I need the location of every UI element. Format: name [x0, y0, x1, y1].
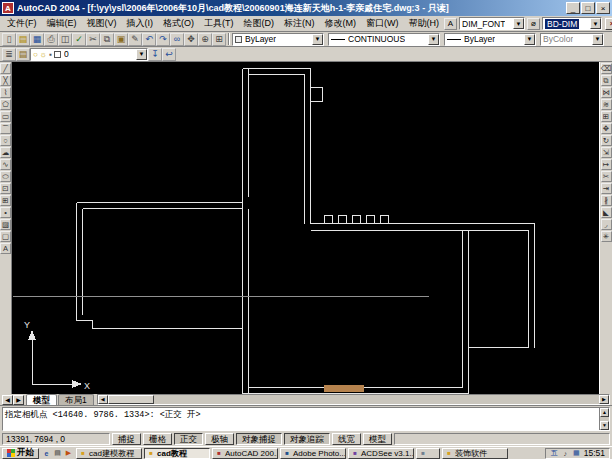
- line-icon[interactable]: ╱: [0, 63, 11, 74]
- menu-item-help[interactable]: 帮助(H): [404, 16, 445, 31]
- linetype-control[interactable]: CONTINUOUS▼: [328, 33, 440, 46]
- menu-item-modify[interactable]: 修改(M): [320, 16, 362, 31]
- break-icon[interactable]: ∦: [601, 195, 612, 206]
- status-toggle-lineweight[interactable]: 线宽: [332, 433, 361, 445]
- layer-previous-icon[interactable]: ↩: [162, 48, 176, 61]
- point-icon[interactable]: •: [0, 207, 11, 218]
- chevron-down-icon[interactable]: ▼: [312, 34, 323, 45]
- extend-icon[interactable]: ⇥: [601, 183, 612, 194]
- stretch-icon[interactable]: ↦: [601, 159, 612, 170]
- task-acdsee[interactable]: ■ACDSee v3.1...: [348, 448, 414, 459]
- lineweight-control[interactable]: ByLayer▼: [444, 33, 536, 46]
- new-icon[interactable]: ▯: [2, 33, 16, 46]
- command-scrollbar[interactable]: ▲ ▼: [599, 408, 609, 430]
- layer-properties-icon[interactable]: ≣: [2, 48, 16, 61]
- maximize-button[interactable]: □: [581, 2, 595, 14]
- erase-icon[interactable]: ⌫: [601, 63, 612, 74]
- open-icon[interactable]: ▤: [16, 33, 30, 46]
- scale-icon[interactable]: ⇲: [601, 147, 612, 158]
- status-toggle-polar[interactable]: 极轴: [205, 433, 234, 445]
- minimize-button[interactable]: _: [566, 2, 580, 14]
- status-toggle-ortho[interactable]: 正交: [174, 433, 203, 445]
- array-icon[interactable]: ⊞: [601, 111, 612, 122]
- drawing-area[interactable]: YX: [12, 62, 599, 394]
- volume-icon[interactable]: ♪: [561, 449, 570, 458]
- trim-icon[interactable]: ✂: [601, 171, 612, 182]
- match-properties-icon[interactable]: ✎: [128, 33, 142, 46]
- zoom-window-icon[interactable]: ⊞: [212, 33, 226, 46]
- tab-scroll-left-icon[interactable]: ◀: [2, 395, 13, 405]
- rectangle-icon[interactable]: ▭: [0, 111, 11, 122]
- status-toggle-otrack[interactable]: 对象追踪: [284, 433, 330, 445]
- move-icon[interactable]: ✥: [601, 123, 612, 134]
- chevron-down-icon[interactable]: ▼: [513, 18, 524, 29]
- make-layer-current-icon[interactable]: ↧: [148, 48, 162, 61]
- menu-item-tools[interactable]: 工具(T): [199, 16, 239, 31]
- hyperlink-icon[interactable]: ∞: [170, 33, 184, 46]
- make-block-icon[interactable]: ⊞: [0, 195, 11, 206]
- text-style-icon[interactable]: A: [444, 18, 457, 30]
- dim-style-combo[interactable]: BD-DIM ▼: [542, 17, 602, 30]
- layer-manager-icon[interactable]: ▤: [16, 48, 30, 61]
- print-preview-icon[interactable]: ◫: [58, 33, 72, 46]
- redo-icon[interactable]: ↷: [156, 33, 170, 46]
- scroll-right-icon[interactable]: ▶: [599, 395, 609, 404]
- layer-control-combo[interactable]: ○☼▪0▼: [30, 48, 148, 61]
- insert-block-icon[interactable]: ⊡: [0, 183, 11, 194]
- status-toggle-osnap[interactable]: 对象捕捉: [236, 433, 282, 445]
- status-toggle-snap[interactable]: 捕捉: [112, 433, 141, 445]
- scroll-down-icon[interactable]: ▼: [600, 421, 609, 430]
- explode-icon[interactable]: ✳: [601, 231, 612, 242]
- status-toggle-grid[interactable]: 栅格: [143, 433, 172, 445]
- spline-icon[interactable]: ∿: [0, 159, 11, 170]
- copy-object-icon[interactable]: ⧉: [601, 75, 612, 86]
- menu-item-format[interactable]: 格式(O): [158, 16, 199, 31]
- rotate-icon[interactable]: ↻: [601, 135, 612, 146]
- circle-icon[interactable]: ○: [0, 135, 11, 146]
- command-history[interactable]: 指定相机点 <14640. 9786. 1334>: <正交 开> ▲ ▼: [2, 407, 610, 431]
- spell-icon[interactable]: ✓: [72, 33, 86, 46]
- dim-style-icon[interactable]: ⌀: [527, 18, 540, 30]
- scroll-up-icon[interactable]: ▲: [600, 408, 609, 417]
- menu-item-view[interactable]: 视图(V): [82, 16, 122, 31]
- tab-scroll-right-icon[interactable]: ▶: [13, 395, 24, 405]
- task-misc[interactable]: ■: [416, 448, 440, 459]
- chevron-down-icon[interactable]: ▼: [136, 49, 147, 60]
- document-close-button[interactable]: ×: [605, 18, 612, 30]
- task-cad-tutorial[interactable]: ■cad教程: [144, 448, 210, 459]
- ie-icon[interactable]: e: [41, 448, 52, 459]
- task-photoshop[interactable]: ■Adobe Photo...: [280, 448, 346, 459]
- arc-icon[interactable]: ⌒: [0, 123, 11, 134]
- close-button[interactable]: ×: [596, 2, 610, 14]
- paste-icon[interactable]: ▣: [114, 33, 128, 46]
- command-prompt[interactable]: 指定相机点 <14640. 9786. 1334>: <正交 开>: [3, 408, 599, 430]
- task-autocad[interactable]: ■AutoCAD 200...: [212, 448, 278, 459]
- menu-item-window[interactable]: 窗口(W): [361, 16, 404, 31]
- construction-line-icon[interactable]: ╳: [0, 75, 11, 86]
- plotstyle-control[interactable]: ByColor▼: [540, 33, 604, 46]
- text-style-combo[interactable]: DIM_FONT ▼: [459, 17, 525, 30]
- network-icon[interactable]: ▦: [572, 449, 581, 458]
- task-cad-modeling-tutorial[interactable]: ■cad建模教程: [76, 448, 142, 459]
- offset-icon[interactable]: ≋: [601, 99, 612, 110]
- mtext-icon[interactable]: A: [0, 243, 11, 254]
- media-player-icon[interactable]: ▶: [63, 448, 74, 459]
- chevron-down-icon[interactable]: ▼: [590, 18, 601, 29]
- menu-item-file[interactable]: 文件(F): [2, 16, 42, 31]
- status-toggle-model-space[interactable]: 模型: [363, 433, 392, 445]
- revcloud-icon[interactable]: ☁: [0, 147, 11, 158]
- scroll-left-icon[interactable]: ◀: [98, 395, 108, 404]
- chamfer-icon[interactable]: ◣: [601, 207, 612, 218]
- tab-layout1[interactable]: 布局1: [58, 394, 94, 405]
- polyline-icon[interactable]: ⌇: [0, 87, 11, 98]
- region-icon[interactable]: ▢: [0, 231, 11, 242]
- polygon-icon[interactable]: ⬠: [0, 99, 11, 110]
- ellipse-icon[interactable]: ⬭: [0, 171, 11, 182]
- cut-icon[interactable]: ✂: [86, 33, 100, 46]
- mirror-icon[interactable]: ⋈: [601, 87, 612, 98]
- zoom-realtime-icon[interactable]: ⊕: [198, 33, 212, 46]
- ime-icon[interactable]: 五: [550, 449, 559, 458]
- chevron-down-icon[interactable]: ▼: [428, 34, 439, 45]
- horizontal-scrollbar[interactable]: ◀ ▶: [97, 394, 610, 405]
- show-desktop-icon[interactable]: ▤: [52, 448, 63, 459]
